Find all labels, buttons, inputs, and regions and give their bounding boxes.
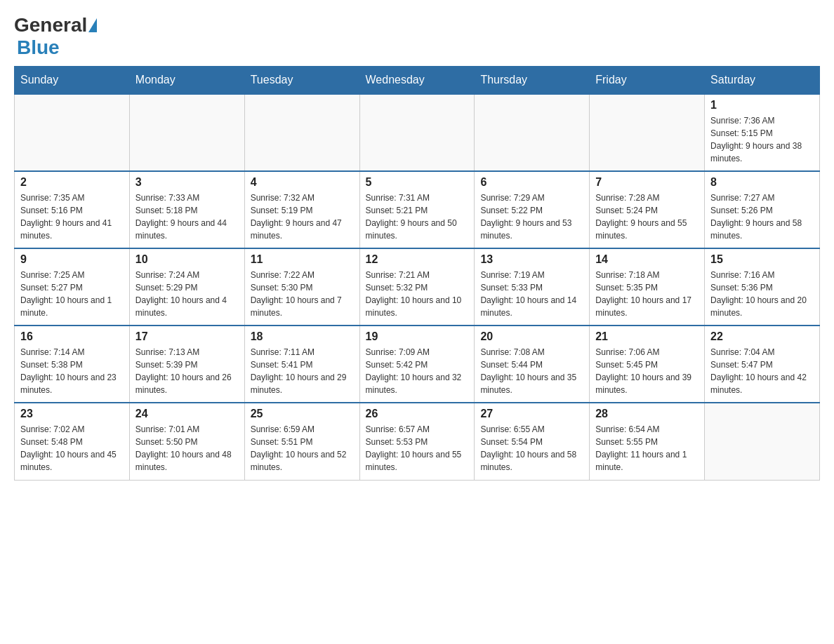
day-info: Sunrise: 6:54 AMSunset: 5:55 PMDaylight:…: [595, 423, 699, 474]
calendar-cell: 10Sunrise: 7:24 AMSunset: 5:29 PMDayligh…: [129, 248, 244, 326]
calendar-cell: 16Sunrise: 7:14 AMSunset: 5:38 PMDayligh…: [15, 326, 130, 403]
day-number: 3: [135, 176, 239, 189]
calendar-cell: [15, 94, 130, 171]
calendar-cell: [705, 403, 820, 480]
day-number: 19: [366, 330, 469, 343]
day-number: 23: [20, 408, 124, 420]
calendar-week-row: 2Sunrise: 7:35 AMSunset: 5:16 PMDaylight…: [15, 171, 820, 248]
calendar-cell: 25Sunrise: 6:59 AMSunset: 5:51 PMDayligh…: [244, 403, 359, 480]
day-number: 18: [251, 330, 354, 343]
day-info: Sunrise: 7:22 AMSunset: 5:30 PMDaylight:…: [251, 269, 354, 319]
day-number: 9: [20, 253, 124, 266]
day-number: 8: [710, 176, 814, 189]
day-number: 16: [20, 330, 124, 343]
day-info: Sunrise: 7:09 AMSunset: 5:42 PMDaylight:…: [366, 346, 469, 396]
day-number: 24: [135, 408, 239, 420]
calendar-cell: 12Sunrise: 7:21 AMSunset: 5:32 PMDayligh…: [359, 248, 475, 326]
day-number: 1: [710, 99, 814, 112]
calendar-cell: 19Sunrise: 7:09 AMSunset: 5:42 PMDayligh…: [359, 326, 475, 403]
day-number: 11: [251, 253, 354, 266]
calendar-header-monday: Monday: [129, 67, 244, 95]
day-number: 17: [135, 330, 239, 343]
day-info: Sunrise: 7:35 AMSunset: 5:16 PMDaylight:…: [20, 192, 124, 242]
day-info: Sunrise: 7:27 AMSunset: 5:26 PMDaylight:…: [710, 192, 814, 242]
day-info: Sunrise: 7:24 AMSunset: 5:29 PMDaylight:…: [135, 269, 239, 319]
calendar-header-tuesday: Tuesday: [244, 67, 359, 95]
calendar-cell: 26Sunrise: 6:57 AMSunset: 5:53 PMDayligh…: [359, 403, 475, 480]
calendar-cell: 24Sunrise: 7:01 AMSunset: 5:50 PMDayligh…: [129, 403, 244, 480]
day-info: Sunrise: 7:02 AMSunset: 5:48 PMDaylight:…: [20, 423, 124, 474]
day-info: Sunrise: 7:13 AMSunset: 5:39 PMDaylight:…: [135, 346, 239, 396]
day-number: 15: [710, 253, 814, 266]
calendar-header-row: SundayMondayTuesdayWednesdayThursdayFrid…: [15, 67, 820, 95]
calendar-cell: 5Sunrise: 7:31 AMSunset: 5:21 PMDaylight…: [359, 171, 475, 248]
calendar-cell: 27Sunrise: 6:55 AMSunset: 5:54 PMDayligh…: [475, 403, 590, 480]
day-info: Sunrise: 7:29 AMSunset: 5:22 PMDaylight:…: [480, 192, 583, 242]
day-number: 4: [251, 176, 354, 189]
day-number: 14: [595, 253, 699, 266]
day-info: Sunrise: 7:14 AMSunset: 5:38 PMDaylight:…: [20, 346, 124, 396]
calendar-cell: 21Sunrise: 7:06 AMSunset: 5:45 PMDayligh…: [590, 326, 705, 403]
calendar-cell: 11Sunrise: 7:22 AMSunset: 5:30 PMDayligh…: [244, 248, 359, 326]
calendar-table: SundayMondayTuesdayWednesdayThursdayFrid…: [14, 66, 820, 481]
calendar-cell: 1Sunrise: 7:36 AMSunset: 5:15 PMDaylight…: [705, 94, 820, 171]
calendar-cell: [359, 94, 475, 171]
day-info: Sunrise: 6:55 AMSunset: 5:54 PMDaylight:…: [480, 423, 583, 474]
calendar-cell: 4Sunrise: 7:32 AMSunset: 5:19 PMDaylight…: [244, 171, 359, 248]
calendar-cell: [129, 94, 244, 171]
calendar-cell: 22Sunrise: 7:04 AMSunset: 5:47 PMDayligh…: [705, 326, 820, 403]
calendar-cell: 17Sunrise: 7:13 AMSunset: 5:39 PMDayligh…: [129, 326, 244, 403]
calendar-header-thursday: Thursday: [475, 67, 590, 95]
day-number: 21: [595, 330, 699, 343]
day-info: Sunrise: 7:36 AMSunset: 5:15 PMDaylight:…: [710, 114, 814, 165]
calendar-week-row: 1Sunrise: 7:36 AMSunset: 5:15 PMDaylight…: [15, 94, 820, 171]
calendar-cell: 8Sunrise: 7:27 AMSunset: 5:26 PMDaylight…: [705, 171, 820, 248]
day-info: Sunrise: 7:21 AMSunset: 5:32 PMDaylight:…: [366, 269, 469, 319]
logo-general-text: General: [14, 14, 87, 36]
day-info: Sunrise: 7:33 AMSunset: 5:18 PMDaylight:…: [135, 192, 239, 242]
day-info: Sunrise: 7:01 AMSunset: 5:50 PMDaylight:…: [135, 423, 239, 474]
day-info: Sunrise: 6:57 AMSunset: 5:53 PMDaylight:…: [366, 423, 469, 474]
day-info: Sunrise: 7:08 AMSunset: 5:44 PMDaylight:…: [480, 346, 583, 396]
calendar-cell: 28Sunrise: 6:54 AMSunset: 5:55 PMDayligh…: [590, 403, 705, 480]
calendar-cell: [590, 94, 705, 171]
day-number: 13: [480, 253, 583, 266]
calendar-cell: 14Sunrise: 7:18 AMSunset: 5:35 PMDayligh…: [590, 248, 705, 326]
day-info: Sunrise: 7:28 AMSunset: 5:24 PMDaylight:…: [595, 192, 699, 242]
calendar-cell: 6Sunrise: 7:29 AMSunset: 5:22 PMDaylight…: [475, 171, 590, 248]
day-info: Sunrise: 7:31 AMSunset: 5:21 PMDaylight:…: [366, 192, 469, 242]
day-number: 27: [480, 408, 583, 420]
day-number: 6: [480, 176, 583, 189]
logo-triangle-icon: [88, 18, 97, 32]
calendar-cell: [475, 94, 590, 171]
day-info: Sunrise: 7:18 AMSunset: 5:35 PMDaylight:…: [595, 269, 699, 319]
calendar-cell: 18Sunrise: 7:11 AMSunset: 5:41 PMDayligh…: [244, 326, 359, 403]
day-number: 26: [366, 408, 469, 420]
day-number: 2: [20, 176, 124, 189]
calendar-cell: 9Sunrise: 7:25 AMSunset: 5:27 PMDaylight…: [15, 248, 130, 326]
calendar-cell: 2Sunrise: 7:35 AMSunset: 5:16 PMDaylight…: [15, 171, 130, 248]
page-header: General Blue: [14, 14, 820, 59]
day-number: 20: [480, 330, 583, 343]
calendar-header-friday: Friday: [590, 67, 705, 95]
day-number: 5: [366, 176, 469, 189]
calendar-header-wednesday: Wednesday: [359, 67, 475, 95]
calendar-header-sunday: Sunday: [15, 67, 130, 95]
calendar-week-row: 9Sunrise: 7:25 AMSunset: 5:27 PMDaylight…: [15, 248, 820, 326]
day-number: 22: [710, 330, 814, 343]
day-info: Sunrise: 7:16 AMSunset: 5:36 PMDaylight:…: [710, 269, 814, 319]
calendar-cell: 7Sunrise: 7:28 AMSunset: 5:24 PMDaylight…: [590, 171, 705, 248]
calendar-cell: 23Sunrise: 7:02 AMSunset: 5:48 PMDayligh…: [15, 403, 130, 480]
day-number: 25: [251, 408, 354, 420]
calendar-cell: 15Sunrise: 7:16 AMSunset: 5:36 PMDayligh…: [705, 248, 820, 326]
calendar-cell: 20Sunrise: 7:08 AMSunset: 5:44 PMDayligh…: [475, 326, 590, 403]
calendar-week-row: 16Sunrise: 7:14 AMSunset: 5:38 PMDayligh…: [15, 326, 820, 403]
logo-blue-text: Blue: [17, 36, 60, 58]
day-info: Sunrise: 6:59 AMSunset: 5:51 PMDaylight:…: [251, 423, 354, 474]
day-number: 7: [595, 176, 699, 189]
calendar-cell: 13Sunrise: 7:19 AMSunset: 5:33 PMDayligh…: [475, 248, 590, 326]
day-info: Sunrise: 7:25 AMSunset: 5:27 PMDaylight:…: [20, 269, 124, 319]
day-info: Sunrise: 7:32 AMSunset: 5:19 PMDaylight:…: [251, 192, 354, 242]
calendar-week-row: 23Sunrise: 7:02 AMSunset: 5:48 PMDayligh…: [15, 403, 820, 480]
day-number: 28: [595, 408, 699, 420]
